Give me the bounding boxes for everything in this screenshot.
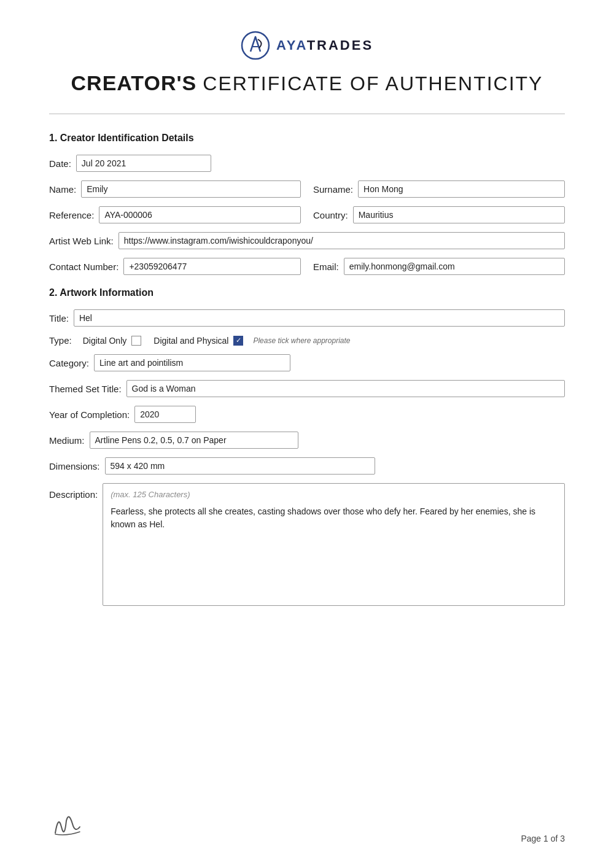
svg-point-0 bbox=[242, 32, 269, 59]
name-label: Name: bbox=[49, 184, 76, 195]
description-row: Description: (max. 125 Characters) Fearl… bbox=[49, 483, 565, 606]
logo-suffix: TRADES bbox=[307, 37, 373, 53]
web-row: Artist Web Link: https://www.instagram.c… bbox=[49, 232, 565, 249]
name-row: Name: Emily Surname: Hon Mong bbox=[49, 180, 565, 198]
date-row: Date: Jul 20 2021 bbox=[49, 155, 565, 172]
name-input[interactable]: Emily bbox=[81, 180, 301, 198]
description-placeholder: (max. 125 Characters) bbox=[111, 490, 557, 499]
type-digital-physical: Digital and Physical ✓ bbox=[154, 336, 243, 346]
reference-label: Reference: bbox=[49, 210, 94, 220]
ref-left: Reference: AYA-000006 bbox=[49, 206, 301, 223]
year-row: Year of Completion: 2020 bbox=[49, 406, 565, 423]
artwork-title-label: Title: bbox=[49, 313, 69, 324]
logo-prefix: AYA bbox=[276, 37, 307, 53]
email-right: Email: emily.honmong@gmail.com bbox=[313, 258, 565, 275]
contact-email-split: Contact Number: +23059206477 Email: emil… bbox=[49, 258, 565, 275]
type-hint: Please tick where appropriate bbox=[253, 336, 350, 345]
medium-label: Medium: bbox=[49, 435, 85, 446]
artwork-title-input[interactable]: Hel bbox=[74, 309, 565, 327]
themed-row: Themed Set Title: God is a Woman bbox=[49, 380, 565, 397]
title-line: CREATOR'S CERTIFICATE OF AUTHENTICITY bbox=[71, 71, 543, 95]
description-label: Description: bbox=[49, 489, 98, 500]
country-right: Country: Mauritius bbox=[313, 206, 565, 223]
name-surname-split: Name: Emily Surname: Hon Mong bbox=[49, 180, 565, 198]
logo-icon bbox=[241, 31, 270, 60]
year-input[interactable]: 2020 bbox=[134, 406, 196, 423]
title-light: CERTIFICATE OF AUTHENTICITY bbox=[203, 72, 543, 95]
web-input[interactable]: https://www.instagram.com/iwishicouldcra… bbox=[119, 232, 565, 249]
signature bbox=[49, 808, 92, 843]
surname-label: Surname: bbox=[313, 184, 353, 195]
page-number: Page 1 of 3 bbox=[521, 834, 565, 843]
section1: 1. Creator Identification Details Date: … bbox=[49, 133, 565, 275]
signature-svg bbox=[49, 808, 92, 839]
section1-title: 1. Creator Identification Details bbox=[49, 133, 565, 144]
year-label: Year of Completion: bbox=[49, 409, 130, 420]
contact-input[interactable]: +23059206477 bbox=[123, 258, 301, 275]
section2-title: 2. Artwork Information bbox=[49, 287, 565, 298]
type-digital-only-text: Digital Only bbox=[83, 336, 127, 346]
page: AYATRADES CREATOR'S CERTIFICATE OF AUTHE… bbox=[0, 0, 614, 868]
logo-text: AYATRADES bbox=[276, 37, 373, 53]
themed-input[interactable]: God is a Woman bbox=[126, 380, 565, 397]
description-text: Fearless, she protects all she creates, … bbox=[111, 505, 557, 531]
dimensions-label: Dimensions: bbox=[49, 461, 100, 471]
type-digital-physical-text: Digital and Physical bbox=[154, 336, 228, 346]
footer: Page 1 of 3 bbox=[49, 808, 565, 843]
type-digital-only: Digital Only bbox=[83, 336, 142, 346]
digital-physical-checkbox[interactable]: ✓ bbox=[233, 336, 243, 346]
ref-country-split: Reference: AYA-000006 Country: Mauritius bbox=[49, 206, 565, 223]
digital-only-checkbox[interactable] bbox=[131, 336, 141, 346]
reference-input[interactable]: AYA-000006 bbox=[99, 206, 301, 223]
title-bold: CREATOR'S bbox=[71, 71, 197, 95]
email-input[interactable]: emily.honmong@gmail.com bbox=[344, 258, 565, 275]
type-label: Type: bbox=[49, 335, 72, 346]
contact-row: Contact Number: +23059206477 Email: emil… bbox=[49, 258, 565, 275]
email-label: Email: bbox=[313, 262, 339, 272]
artwork-title-row: Title: Hel bbox=[49, 309, 565, 327]
name-left: Name: Emily bbox=[49, 180, 301, 198]
ref-row: Reference: AYA-000006 Country: Mauritius bbox=[49, 206, 565, 223]
type-row: Type: Digital Only Digital and Physical … bbox=[49, 335, 565, 346]
divider bbox=[49, 114, 565, 114]
themed-label: Themed Set Title: bbox=[49, 384, 122, 394]
dimensions-row: Dimensions: 594 x 420 mm bbox=[49, 457, 565, 475]
surname-input[interactable]: Hon Mong bbox=[358, 180, 565, 198]
web-label: Artist Web Link: bbox=[49, 236, 114, 246]
category-row: Category: Line art and pointilism bbox=[49, 354, 565, 371]
dimensions-input[interactable]: 594 x 420 mm bbox=[105, 457, 375, 475]
header: AYATRADES CREATOR'S CERTIFICATE OF AUTHE… bbox=[49, 31, 565, 95]
date-label: Date: bbox=[49, 158, 71, 169]
medium-input[interactable]: Artline Pens 0.2, 0.5, 0.7 on Paper bbox=[90, 432, 298, 449]
date-input[interactable]: Jul 20 2021 bbox=[76, 155, 211, 172]
country-input[interactable]: Mauritius bbox=[353, 206, 565, 223]
description-input[interactable]: (max. 125 Characters) Fearless, she prot… bbox=[103, 483, 565, 606]
contact-label: Contact Number: bbox=[49, 262, 119, 272]
category-input[interactable]: Line art and pointilism bbox=[94, 354, 290, 371]
contact-left: Contact Number: +23059206477 bbox=[49, 258, 301, 275]
medium-row: Medium: Artline Pens 0.2, 0.5, 0.7 on Pa… bbox=[49, 432, 565, 449]
section2: 2. Artwork Information Title: Hel Type: … bbox=[49, 287, 565, 606]
category-label: Category: bbox=[49, 358, 89, 368]
country-label: Country: bbox=[313, 210, 348, 220]
surname-right: Surname: Hon Mong bbox=[313, 180, 565, 198]
logo-area: AYATRADES bbox=[241, 31, 373, 60]
